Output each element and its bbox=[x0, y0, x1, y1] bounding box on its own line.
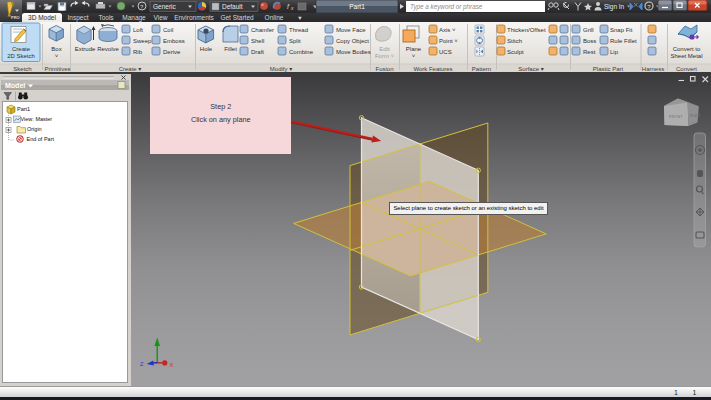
svg-text:Draft: Draft bbox=[251, 49, 264, 55]
svg-text:?: ? bbox=[647, 4, 651, 10]
svg-text:Extrude: Extrude bbox=[75, 46, 96, 52]
svg-text:Derive: Derive bbox=[163, 49, 181, 55]
svg-text:Default: Default bbox=[222, 3, 243, 10]
svg-text:?: ? bbox=[140, 4, 144, 10]
svg-text:RIGHT: RIGHT bbox=[690, 114, 702, 118]
svg-text:Harness: Harness bbox=[642, 66, 664, 72]
svg-text:Surface ▾: Surface ▾ bbox=[518, 66, 543, 72]
svg-text:Sweep: Sweep bbox=[133, 38, 152, 44]
svg-text:Loft: Loft bbox=[133, 27, 143, 33]
svg-text:Thicken/Offset: Thicken/Offset bbox=[507, 27, 546, 33]
svg-text:Emboss: Emboss bbox=[163, 38, 185, 44]
svg-text:˅: ˅ bbox=[55, 53, 59, 59]
svg-text:Plane: Plane bbox=[406, 46, 422, 52]
svg-text:Fillet: Fillet bbox=[224, 46, 237, 52]
svg-text:Boss: Boss bbox=[583, 38, 596, 44]
svg-text:f: f bbox=[287, 3, 290, 10]
svg-text:Edit: Edit bbox=[379, 46, 390, 52]
svg-text:2D Sketch: 2D Sketch bbox=[7, 53, 35, 59]
svg-text:Modify ▾: Modify ▾ bbox=[270, 66, 292, 72]
svg-text:Box: Box bbox=[51, 46, 61, 52]
svg-text:Stitch: Stitch bbox=[507, 38, 522, 44]
svg-text:Snap Fit: Snap Fit bbox=[610, 27, 633, 33]
svg-text:FRONT: FRONT bbox=[669, 114, 683, 119]
svg-text:Model: Model bbox=[5, 82, 25, 89]
svg-text:Sign In: Sign In bbox=[604, 3, 625, 11]
svg-text:Create: Create bbox=[12, 46, 31, 52]
svg-text:Type a keyword or phrase: Type a keyword or phrase bbox=[410, 3, 483, 11]
svg-text:Generic: Generic bbox=[153, 3, 177, 10]
svg-text:Revolve: Revolve bbox=[97, 46, 119, 52]
svg-text:Lip: Lip bbox=[610, 49, 619, 55]
svg-text:Point ˅: Point ˅ bbox=[439, 38, 458, 44]
svg-text:Fusion: Fusion bbox=[375, 66, 393, 72]
svg-text:Hole: Hole bbox=[200, 46, 213, 52]
svg-text:Convert to: Convert to bbox=[673, 46, 701, 52]
svg-text:Sketch: Sketch bbox=[13, 66, 31, 72]
svg-text:PRO: PRO bbox=[11, 15, 20, 20]
svg-text:UCS: UCS bbox=[439, 49, 452, 55]
svg-text:Work Features: Work Features bbox=[413, 66, 452, 72]
svg-text:Copy Object: Copy Object bbox=[336, 38, 369, 44]
svg-text:Thread: Thread bbox=[289, 27, 308, 33]
svg-text:Z: Z bbox=[140, 361, 144, 367]
svg-text:Chamfer: Chamfer bbox=[251, 27, 274, 33]
svg-text:Create ▾: Create ▾ bbox=[119, 66, 142, 72]
svg-text:Grill: Grill bbox=[583, 27, 594, 33]
svg-text:Part1: Part1 bbox=[349, 3, 365, 10]
svg-text:Move Bodies: Move Bodies bbox=[336, 49, 371, 55]
svg-text:Plastic Part: Plastic Part bbox=[593, 66, 624, 72]
svg-text:Rule Fillet: Rule Fillet bbox=[610, 38, 637, 44]
svg-text:Pattern: Pattern bbox=[472, 66, 491, 72]
svg-text:Axis ˅: Axis ˅ bbox=[439, 27, 456, 33]
svg-text:Rib: Rib bbox=[133, 49, 143, 55]
svg-text:Convert: Convert bbox=[676, 66, 697, 72]
svg-text:Combine: Combine bbox=[289, 49, 314, 55]
svg-text:Sheet Metal: Sheet Metal bbox=[670, 53, 702, 59]
svg-text:Split: Split bbox=[289, 38, 301, 44]
svg-text:Rest: Rest bbox=[583, 49, 596, 55]
svg-text:Move Face: Move Face bbox=[336, 27, 366, 33]
svg-text:Shell: Shell bbox=[251, 38, 264, 44]
svg-text:Sculpt: Sculpt bbox=[507, 49, 524, 55]
svg-text:X: X bbox=[170, 362, 174, 368]
svg-text:Primitives: Primitives bbox=[44, 66, 70, 72]
svg-text:˅: ˅ bbox=[412, 53, 416, 59]
svg-text:x: x bbox=[290, 5, 294, 11]
svg-text:Coil: Coil bbox=[163, 27, 173, 33]
svg-text:Form ˅: Form ˅ bbox=[375, 53, 395, 59]
